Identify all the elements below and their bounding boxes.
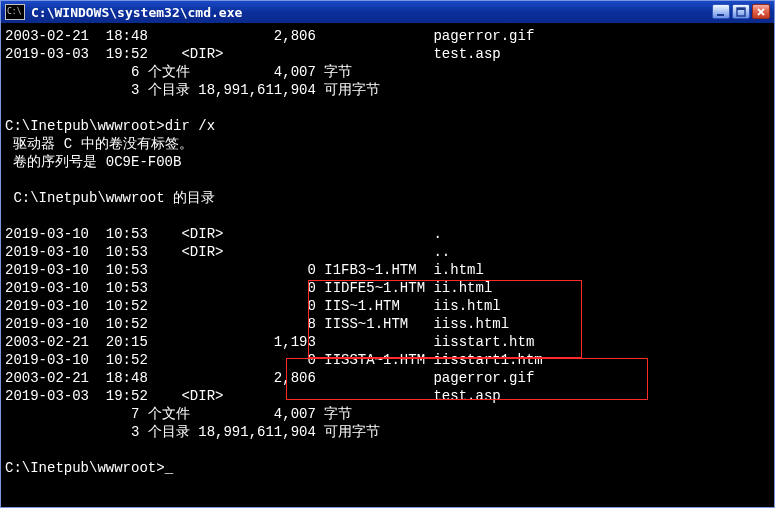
terminal-line: C:\Inetpub\wwwroot>dir /x	[5, 117, 768, 135]
terminal-line: 驱动器 C 中的卷没有标签。	[5, 135, 768, 153]
minimize-button[interactable]	[712, 4, 730, 19]
terminal-line: 7 个文件 4,007 字节	[5, 405, 768, 423]
svg-rect-0	[717, 14, 724, 16]
terminal-line: 2003-02-21 20:15 1,193 iisstart.htm	[5, 333, 768, 351]
terminal-line	[5, 441, 768, 459]
window-title: C:\WINDOWS\system32\cmd.exe	[31, 5, 242, 20]
terminal-line: 2019-03-10 10:53 0 I1FB3~1.HTM i.html	[5, 261, 768, 279]
terminal-line: 2019-03-10 10:52 8 IISS~1.HTM iiss.html	[5, 315, 768, 333]
terminal-line: 卷的序列号是 0C9E-F00B	[5, 153, 768, 171]
svg-rect-2	[737, 8, 745, 10]
terminal-line: 3 个目录 18,991,611,904 可用字节	[5, 81, 768, 99]
terminal-line: 2003-02-21 18:48 2,806 pagerror.gif	[5, 369, 768, 387]
terminal-line: 2019-03-10 10:52 0 IISSTA~1.HTM iisstart…	[5, 351, 768, 369]
terminal-line: 2019-03-10 10:53 <DIR> ..	[5, 243, 768, 261]
terminal-line: 2019-03-10 10:53 <DIR> .	[5, 225, 768, 243]
terminal-line: C:\Inetpub\wwwroot 的目录	[5, 189, 768, 207]
terminal-line: 2019-03-10 10:52 0 IIS~1.HTM iis.html	[5, 297, 768, 315]
terminal-output[interactable]: 2003-02-21 18:48 2,806 pagerror.gif2019-…	[1, 23, 774, 507]
terminal-line: 2003-02-21 18:48 2,806 pagerror.gif	[5, 27, 768, 45]
terminal-line: C:\Inetpub\wwwroot>_	[5, 459, 768, 477]
cmd-icon: C:\	[5, 4, 25, 20]
terminal-line: 2019-03-10 10:53 0 IIDFE5~1.HTM ii.html	[5, 279, 768, 297]
terminal-line	[5, 99, 768, 117]
terminal-line: 6 个文件 4,007 字节	[5, 63, 768, 81]
close-button[interactable]	[752, 4, 770, 19]
terminal-line: 3 个目录 18,991,611,904 可用字节	[5, 423, 768, 441]
cmd-window: C:\ C:\WINDOWS\system32\cmd.exe 2003-02-…	[0, 0, 775, 508]
terminal-line	[5, 171, 768, 189]
terminal-line: 2019-03-03 19:52 <DIR> test.asp	[5, 387, 768, 405]
titlebar[interactable]: C:\ C:\WINDOWS\system32\cmd.exe	[1, 1, 774, 23]
window-controls	[710, 4, 770, 19]
terminal-line: 2019-03-03 19:52 <DIR> test.asp	[5, 45, 768, 63]
terminal-line	[5, 207, 768, 225]
maximize-button[interactable]	[732, 4, 750, 19]
